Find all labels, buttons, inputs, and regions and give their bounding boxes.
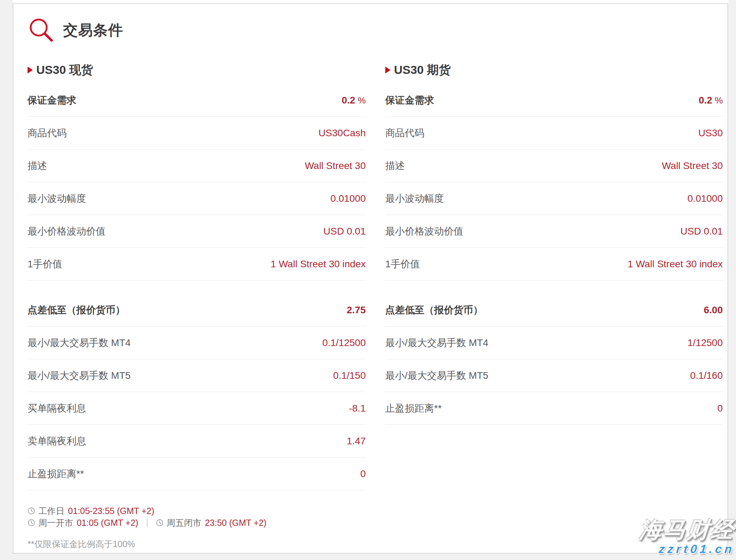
open-close-hours-line: 周一开市 01:05 (GMT +2) 周五闭市 23:50 (GMT +2) <box>28 517 366 529</box>
table-row: 止盈损距离** 0 <box>28 458 366 490</box>
table-row: 最小价格波动价值 USD 0.01 <box>385 215 723 248</box>
row-value: 0.2% <box>342 95 366 106</box>
row-value: 0 <box>360 468 366 480</box>
row-value: 0.1/150 <box>333 370 366 381</box>
table-row: 买单隔夜利息 -8.1 <box>28 392 366 425</box>
spec-table-section2: 点差低至（报价货币） 2.75 最小/最大交易手数 MT4 0.1/12500 … <box>28 294 366 490</box>
workday-hours-line: 工作日 01:05-23:55 (GMT +2) <box>28 505 366 517</box>
trading-hours-footer: 工作日 01:05-23:55 (GMT +2) 周一开市 01:05 (GMT… <box>28 505 366 550</box>
table-row: 最小/最大交易手数 MT5 0.1/160 <box>385 359 723 392</box>
table-row: 1手价值 1 Wall Street 30 index <box>385 248 723 281</box>
column-header-label: US30 现货 <box>36 62 93 78</box>
row-label: 最小/最大交易手数 MT4 <box>28 336 131 350</box>
row-value: USD 0.01 <box>324 226 366 237</box>
clock-icon <box>28 519 35 527</box>
row-label: 买单隔夜利息 <box>28 402 86 415</box>
table-row: 点差低至（报价货币） 6.00 <box>385 294 723 327</box>
row-label: 止盈损距离** <box>28 467 84 481</box>
row-value: 0.01000 <box>331 193 366 204</box>
spec-table-spot: 保证金需求 0.2% 商品代码 US30Cash 描述 Wall Street … <box>28 84 366 490</box>
column-header-futures: US30 期货 <box>385 62 723 78</box>
row-label: 点差低至（报价货币） <box>28 304 125 317</box>
page-title-row: 交易条件 <box>29 18 123 43</box>
column-header-spot: US30 现货 <box>28 62 366 78</box>
row-value: Wall Street 30 <box>662 160 723 171</box>
row-value: 6.00 <box>704 305 723 316</box>
row-label: 保证金需求 <box>28 94 76 107</box>
magnifier-icon <box>29 18 54 43</box>
watermark-site: zzrt01.cn <box>639 543 735 555</box>
card-top-cap <box>13 0 729 3</box>
row-value: 0.1/160 <box>690 370 723 381</box>
table-row: 保证金需求 0.2% <box>28 84 366 117</box>
table-row: 1手价值 1 Wall Street 30 index <box>28 248 366 281</box>
margin-note: **仅限保证金比例高于100% <box>28 538 366 550</box>
row-label: 最小/最大交易手数 MT5 <box>28 369 131 382</box>
spec-table-section2: 点差低至（报价货币） 6.00 最小/最大交易手数 MT4 1/12500 最小… <box>385 294 723 425</box>
watermark-brand: 海马财经 <box>639 519 736 541</box>
trading-conditions-page: 交易条件 US30 现货 保证金需求 0.2% 商品代码 US30Cash 描述 <box>0 0 736 560</box>
workday-time: 01:05-23:55 (GMT +2) <box>68 506 154 516</box>
spec-table-futures: 保证金需求 0.2% 商品代码 US30 描述 Wall Street 30 最… <box>385 84 723 425</box>
watermark: 海马财经 zzrt01.cn <box>640 519 735 555</box>
row-value: 0.01000 <box>688 193 723 204</box>
clock-icon <box>28 507 35 515</box>
trading-conditions-card: 交易条件 US30 现货 保证金需求 0.2% 商品代码 US30Cash 描述 <box>13 3 728 553</box>
row-label: 1手价值 <box>28 258 62 271</box>
column-us30-futures: US30 期货 保证金需求 0.2% 商品代码 US30 描述 Wall Str… <box>385 62 723 425</box>
row-value: -8.1 <box>349 403 366 414</box>
column-header-label: US30 期货 <box>394 62 451 78</box>
row-value: 2.75 <box>347 305 366 316</box>
table-row: 卖单隔夜利息 1.47 <box>28 425 366 458</box>
table-row: 最小波动幅度 0.01000 <box>385 182 723 215</box>
table-row: 最小波动幅度 0.01000 <box>28 182 366 215</box>
row-label: 最小波动幅度 <box>385 192 444 205</box>
row-label: 描述 <box>385 159 405 172</box>
row-value: 0 <box>717 403 723 414</box>
row-label: 商品代码 <box>28 126 67 140</box>
column-us30-spot: US30 现货 保证金需求 0.2% 商品代码 US30Cash 描述 Wall… <box>28 62 366 550</box>
row-label: 止盈损距离** <box>385 402 442 415</box>
table-row: 描述 Wall Street 30 <box>28 149 366 182</box>
row-value: 1 Wall Street 30 index <box>628 259 723 270</box>
table-row: 保证金需求 0.2% <box>385 84 723 117</box>
row-label: 商品代码 <box>385 126 424 140</box>
red-triangle-icon <box>385 67 390 74</box>
table-row: 最小/最大交易手数 MT5 0.1/150 <box>28 359 366 392</box>
table-row: 点差低至（报价货币） 2.75 <box>28 294 366 327</box>
friday-close-label: 周五闭市 <box>167 517 202 529</box>
row-label: 卖单隔夜利息 <box>28 435 86 448</box>
row-label: 1手价值 <box>385 258 420 271</box>
row-label: 保证金需求 <box>385 94 434 107</box>
row-label: 最小价格波动价值 <box>385 225 463 238</box>
row-value: US30 <box>698 128 723 139</box>
table-row: 商品代码 US30 <box>385 117 723 149</box>
workday-label: 工作日 <box>38 505 65 517</box>
row-value: USD 0.01 <box>681 226 723 237</box>
row-label: 最小/最大交易手数 MT5 <box>385 369 488 382</box>
row-label: 描述 <box>28 159 47 172</box>
row-value: Wall Street 30 <box>305 160 366 171</box>
vertical-divider <box>147 518 147 527</box>
row-value: 1/12500 <box>688 337 723 348</box>
monday-open-time: 01:05 (GMT +2) <box>77 518 138 528</box>
monday-open-label: 周一开市 <box>38 517 73 529</box>
table-row: 最小/最大交易手数 MT4 1/12500 <box>385 327 723 359</box>
page-title: 交易条件 <box>63 21 123 40</box>
row-label: 点差低至（报价货币） <box>385 304 483 317</box>
row-label: 最小/最大交易手数 MT4 <box>385 336 488 350</box>
row-value: 1 Wall Street 30 index <box>271 259 366 270</box>
table-row: 最小/最大交易手数 MT4 0.1/12500 <box>28 327 366 359</box>
clock-icon <box>156 519 164 527</box>
row-value: 0.2% <box>699 95 723 106</box>
red-triangle-icon <box>28 67 33 74</box>
friday-close-time: 23:50 (GMT +2) <box>205 518 267 528</box>
row-label: 最小价格波动价值 <box>28 225 106 238</box>
table-row: 描述 Wall Street 30 <box>385 149 723 182</box>
row-value: 1.47 <box>347 436 366 447</box>
table-row: 商品代码 US30Cash <box>28 117 366 149</box>
row-value: US30Cash <box>319 128 366 139</box>
row-label: 最小波动幅度 <box>28 192 86 205</box>
table-row: 最小价格波动价值 USD 0.01 <box>28 215 366 248</box>
table-row: 止盈损距离** 0 <box>385 392 723 425</box>
